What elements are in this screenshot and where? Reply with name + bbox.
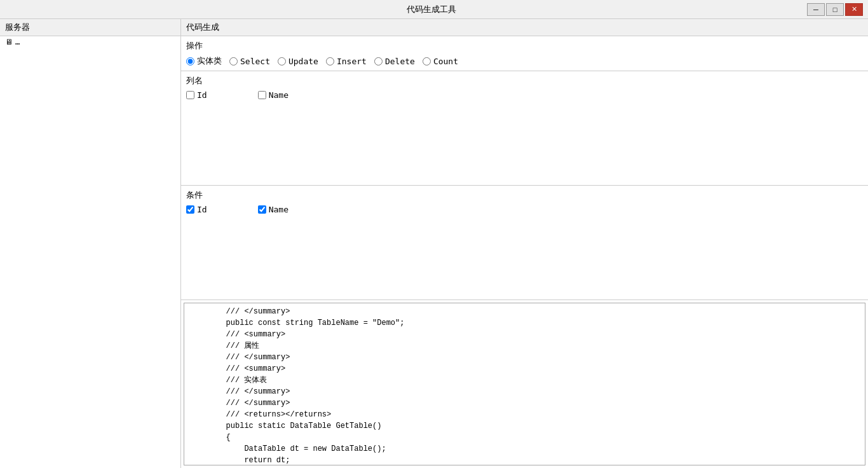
close-button[interactable]: ✕	[845, 3, 863, 16]
radio-select-label: Select	[240, 57, 270, 66]
columns-label: 列名	[186, 75, 863, 86]
checkbox-cond-name[interactable]: Name	[258, 205, 288, 214]
columns-checkbox-group: Id Name	[186, 90, 863, 100]
right-panel: 代码生成 操作 实体类 Select Update Ins	[181, 19, 868, 468]
radio-delete-input[interactable]	[374, 57, 383, 65]
code-gen-header: 代码生成	[181, 19, 868, 36]
checkbox-cond-name-input[interactable]	[258, 205, 266, 214]
operations-section: 操作 实体类 Select Update Insert	[181, 36, 868, 71]
operations-label: 操作	[186, 40, 863, 52]
conditions-section: 条件 Id Name	[181, 186, 868, 300]
checkbox-col-name[interactable]: Name	[258, 90, 288, 100]
radio-delete[interactable]: Delete	[374, 57, 415, 66]
radio-count-input[interactable]	[423, 57, 431, 65]
minimize-button[interactable]: ─	[807, 3, 825, 16]
radio-select[interactable]: Select	[229, 57, 270, 66]
radio-count-label: Count	[433, 57, 458, 66]
code-section: /// </summary> public const string Table…	[184, 303, 865, 465]
radio-entity[interactable]: 实体类	[186, 55, 222, 67]
sidebar-header: 服务器	[0, 19, 180, 36]
radio-select-input[interactable]	[229, 57, 238, 65]
code-output[interactable]: /// </summary> public const string Table…	[184, 303, 865, 465]
radio-delete-label: Delete	[385, 57, 415, 66]
checkbox-cond-id-input[interactable]	[186, 205, 194, 214]
sidebar-item-label: …	[15, 38, 20, 46]
app-body: 服务器 🖥 … 代码生成 操作 实体类 Select	[0, 19, 868, 468]
title-bar-title: 代码生成工具	[56, 4, 807, 15]
checkbox-col-id-input[interactable]	[186, 91, 194, 99]
radio-entity-input[interactable]	[186, 57, 194, 65]
radio-insert-input[interactable]	[326, 57, 334, 65]
checkbox-col-name-label: Name	[269, 90, 288, 100]
radio-insert-label: Insert	[337, 57, 367, 66]
radio-update[interactable]: Update	[278, 57, 318, 66]
sidebar-item-ellipsis[interactable]: 🖥 …	[0, 36, 180, 48]
title-bar: 代码生成工具 ─ □ ✕	[0, 0, 868, 19]
title-bar-controls: ─ □ ✕	[807, 3, 863, 16]
radio-update-input[interactable]	[278, 57, 286, 65]
checkbox-col-name-input[interactable]	[258, 91, 266, 99]
conditions-label: 条件	[186, 189, 863, 201]
checkbox-col-id-label: Id	[197, 90, 207, 100]
checkbox-cond-id[interactable]: Id	[186, 205, 207, 214]
radio-count[interactable]: Count	[423, 57, 458, 66]
columns-section: 列名 Id Name	[181, 71, 868, 186]
checkbox-col-id[interactable]: Id	[186, 90, 207, 100]
radio-update-label: Update	[288, 57, 318, 66]
operations-radio-group: 实体类 Select Update Insert Delete	[186, 55, 863, 67]
sidebar: 服务器 🖥 …	[0, 19, 181, 468]
radio-insert[interactable]: Insert	[326, 57, 367, 66]
checkbox-cond-id-label: Id	[197, 205, 207, 214]
restore-button[interactable]: □	[826, 3, 844, 16]
checkbox-cond-name-label: Name	[269, 205, 288, 214]
radio-entity-label: 实体类	[197, 55, 222, 67]
conditions-checkbox-group: Id Name	[186, 205, 863, 214]
ellipsis-icon: 🖥	[5, 38, 13, 46]
